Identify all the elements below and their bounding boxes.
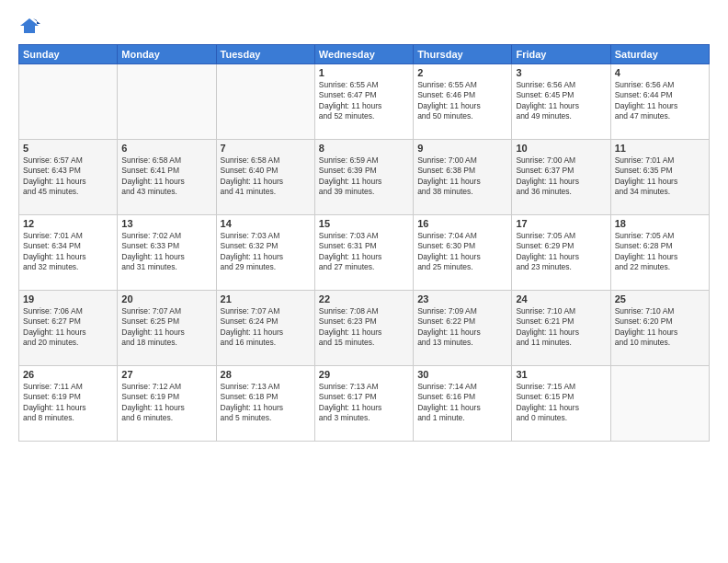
week-row-3: 12Sunrise: 7:01 AM Sunset: 6:34 PM Dayli… (19, 215, 710, 291)
day-info: Sunrise: 7:13 AM Sunset: 6:17 PM Dayligh… (319, 382, 409, 424)
day-info: Sunrise: 7:01 AM Sunset: 6:35 PM Dayligh… (615, 155, 705, 198)
calendar-cell: 30Sunrise: 7:14 AM Sunset: 6:16 PM Dayli… (414, 366, 512, 442)
calendar-cell: 28Sunrise: 7:13 AM Sunset: 6:18 PM Dayli… (216, 366, 314, 442)
calendar-cell: 8Sunrise: 6:59 AM Sunset: 6:39 PM Daylig… (314, 140, 413, 215)
day-number: 17 (516, 218, 606, 229)
day-number: 25 (615, 293, 705, 304)
day-number: 22 (319, 293, 409, 304)
day-number: 10 (516, 143, 606, 154)
calendar-table: SundayMondayTuesdayWednesdayThursdayFrid… (18, 44, 710, 442)
day-info: Sunrise: 7:10 AM Sunset: 6:20 PM Dayligh… (615, 306, 705, 349)
day-info: Sunrise: 7:14 AM Sunset: 6:16 PM Dayligh… (417, 382, 507, 424)
calendar-cell (118, 64, 216, 140)
day-number: 3 (516, 67, 606, 78)
day-number: 29 (319, 369, 409, 380)
svg-marker-0 (20, 18, 39, 33)
day-number: 16 (417, 218, 507, 229)
day-number: 18 (615, 218, 705, 229)
logo-icon (18, 17, 40, 35)
week-row-2: 5Sunrise: 6:57 AM Sunset: 6:43 PM Daylig… (19, 140, 710, 215)
day-info: Sunrise: 7:07 AM Sunset: 6:25 PM Dayligh… (121, 306, 211, 349)
day-number: 9 (417, 143, 507, 154)
weekday-header-friday: Friday (512, 45, 610, 64)
day-info: Sunrise: 7:00 AM Sunset: 6:37 PM Dayligh… (516, 155, 606, 198)
calendar-cell: 19Sunrise: 7:06 AM Sunset: 6:27 PM Dayli… (19, 291, 118, 366)
logo (18, 17, 42, 35)
calendar-cell: 27Sunrise: 7:12 AM Sunset: 6:19 PM Dayli… (118, 366, 216, 442)
weekday-header-row: SundayMondayTuesdayWednesdayThursdayFrid… (19, 45, 710, 64)
day-info: Sunrise: 7:03 AM Sunset: 6:32 PM Dayligh… (221, 231, 311, 273)
day-info: Sunrise: 6:56 AM Sunset: 6:44 PM Dayligh… (615, 80, 705, 122)
calendar-cell: 13Sunrise: 7:02 AM Sunset: 6:33 PM Dayli… (118, 215, 216, 291)
calendar-cell: 16Sunrise: 7:04 AM Sunset: 6:30 PM Dayli… (414, 215, 512, 291)
day-number: 5 (23, 143, 113, 154)
day-number: 20 (121, 293, 211, 304)
day-info: Sunrise: 7:15 AM Sunset: 6:15 PM Dayligh… (516, 382, 606, 424)
calendar-cell: 31Sunrise: 7:15 AM Sunset: 6:15 PM Dayli… (512, 366, 610, 442)
day-number: 19 (23, 293, 113, 304)
calendar-cell: 12Sunrise: 7:01 AM Sunset: 6:34 PM Dayli… (19, 215, 118, 291)
day-info: Sunrise: 7:07 AM Sunset: 6:24 PM Dayligh… (221, 306, 311, 349)
day-info: Sunrise: 6:56 AM Sunset: 6:45 PM Dayligh… (516, 80, 606, 122)
day-info: Sunrise: 7:06 AM Sunset: 6:27 PM Dayligh… (23, 306, 113, 349)
header (18, 17, 710, 35)
day-number: 8 (319, 143, 409, 154)
day-info: Sunrise: 7:09 AM Sunset: 6:22 PM Dayligh… (417, 306, 507, 349)
calendar-cell: 9Sunrise: 7:00 AM Sunset: 6:38 PM Daylig… (414, 140, 512, 215)
calendar-cell: 5Sunrise: 6:57 AM Sunset: 6:43 PM Daylig… (19, 140, 118, 215)
weekday-header-saturday: Saturday (610, 45, 709, 64)
weekday-header-thursday: Thursday (414, 45, 512, 64)
day-number: 28 (221, 369, 311, 380)
calendar-page: SundayMondayTuesdayWednesdayThursdayFrid… (0, 0, 728, 563)
day-number: 24 (516, 293, 606, 304)
week-row-5: 26Sunrise: 7:11 AM Sunset: 6:19 PM Dayli… (19, 366, 710, 442)
day-number: 15 (319, 218, 409, 229)
calendar-cell (19, 64, 118, 140)
day-info: Sunrise: 6:55 AM Sunset: 6:46 PM Dayligh… (417, 80, 507, 122)
day-info: Sunrise: 7:01 AM Sunset: 6:34 PM Dayligh… (23, 231, 113, 273)
calendar-cell: 21Sunrise: 7:07 AM Sunset: 6:24 PM Dayli… (216, 291, 314, 366)
calendar-cell: 4Sunrise: 6:56 AM Sunset: 6:44 PM Daylig… (610, 64, 709, 140)
day-info: Sunrise: 7:03 AM Sunset: 6:31 PM Dayligh… (319, 231, 409, 273)
day-info: Sunrise: 7:10 AM Sunset: 6:21 PM Dayligh… (516, 306, 606, 349)
day-number: 21 (221, 293, 311, 304)
calendar-cell: 23Sunrise: 7:09 AM Sunset: 6:22 PM Dayli… (414, 291, 512, 366)
day-info: Sunrise: 6:59 AM Sunset: 6:39 PM Dayligh… (319, 155, 409, 198)
day-info: Sunrise: 7:02 AM Sunset: 6:33 PM Dayligh… (121, 231, 211, 273)
day-info: Sunrise: 7:05 AM Sunset: 6:28 PM Dayligh… (615, 231, 705, 273)
calendar-cell: 10Sunrise: 7:00 AM Sunset: 6:37 PM Dayli… (512, 140, 610, 215)
calendar-cell: 17Sunrise: 7:05 AM Sunset: 6:29 PM Dayli… (512, 215, 610, 291)
day-info: Sunrise: 7:04 AM Sunset: 6:30 PM Dayligh… (417, 231, 507, 273)
day-number: 31 (516, 369, 606, 380)
calendar-cell: 20Sunrise: 7:07 AM Sunset: 6:25 PM Dayli… (118, 291, 216, 366)
calendar-cell: 11Sunrise: 7:01 AM Sunset: 6:35 PM Dayli… (610, 140, 709, 215)
day-number: 30 (417, 369, 507, 380)
day-number: 26 (23, 369, 113, 380)
calendar-cell: 22Sunrise: 7:08 AM Sunset: 6:23 PM Dayli… (314, 291, 413, 366)
day-number: 7 (221, 143, 311, 154)
calendar-cell (610, 366, 709, 442)
day-number: 6 (121, 143, 211, 154)
calendar-cell: 25Sunrise: 7:10 AM Sunset: 6:20 PM Dayli… (610, 291, 709, 366)
day-info: Sunrise: 7:05 AM Sunset: 6:29 PM Dayligh… (516, 231, 606, 273)
weekday-header-sunday: Sunday (19, 45, 118, 64)
day-info: Sunrise: 7:13 AM Sunset: 6:18 PM Dayligh… (221, 382, 311, 424)
weekday-header-tuesday: Tuesday (216, 45, 314, 64)
day-number: 12 (23, 218, 113, 229)
day-info: Sunrise: 6:55 AM Sunset: 6:47 PM Dayligh… (319, 80, 409, 122)
day-number: 23 (417, 293, 507, 304)
calendar-cell: 14Sunrise: 7:03 AM Sunset: 6:32 PM Dayli… (216, 215, 314, 291)
weekday-header-wednesday: Wednesday (314, 45, 413, 64)
week-row-4: 19Sunrise: 7:06 AM Sunset: 6:27 PM Dayli… (19, 291, 710, 366)
calendar-cell: 15Sunrise: 7:03 AM Sunset: 6:31 PM Dayli… (314, 215, 413, 291)
weekday-header-monday: Monday (118, 45, 216, 64)
day-info: Sunrise: 6:58 AM Sunset: 6:40 PM Dayligh… (221, 155, 311, 198)
calendar-cell: 7Sunrise: 6:58 AM Sunset: 6:40 PM Daylig… (216, 140, 314, 215)
day-number: 14 (221, 218, 311, 229)
day-info: Sunrise: 6:57 AM Sunset: 6:43 PM Dayligh… (23, 155, 113, 198)
day-number: 2 (417, 67, 507, 78)
day-info: Sunrise: 6:58 AM Sunset: 6:41 PM Dayligh… (121, 155, 211, 198)
calendar-cell: 6Sunrise: 6:58 AM Sunset: 6:41 PM Daylig… (118, 140, 216, 215)
calendar-cell: 29Sunrise: 7:13 AM Sunset: 6:17 PM Dayli… (314, 366, 413, 442)
day-info: Sunrise: 7:12 AM Sunset: 6:19 PM Dayligh… (121, 382, 211, 424)
